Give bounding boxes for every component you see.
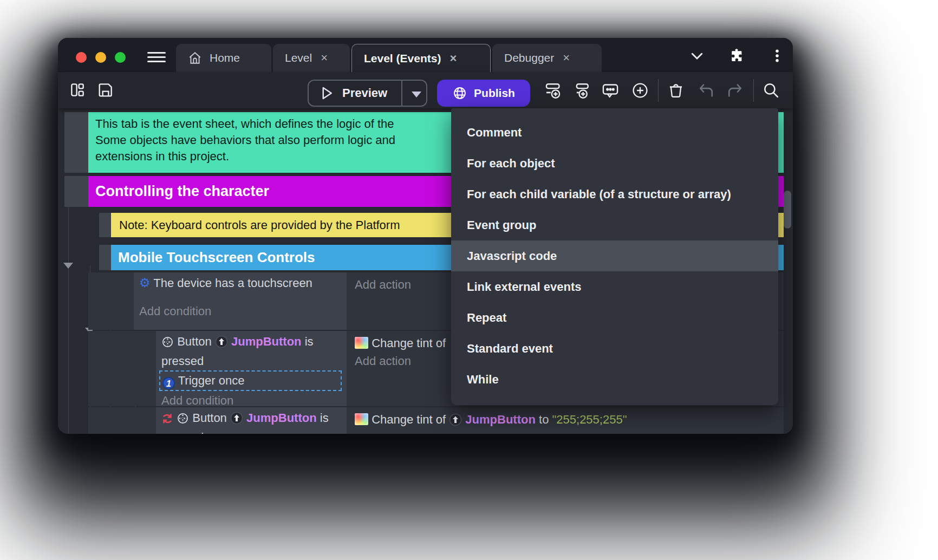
group-title: Mobile Touchscreen Controls (118, 249, 315, 265)
vertical-scrollbar-thumb[interactable] (784, 191, 791, 229)
kebab-menu-icon[interactable] (769, 48, 785, 64)
condition-object: Button (177, 335, 212, 348)
jumpbutton-sprite-icon (230, 412, 243, 429)
add-condition-link[interactable]: Add condition (161, 392, 342, 409)
event-row-jumpbutton-not-pressed: Button JumpButton is pressed Change tint… (88, 407, 784, 434)
action-value: "255;255;255" (552, 413, 627, 426)
close-window-button[interactable] (76, 52, 87, 63)
add-action-link[interactable]: Add action (355, 352, 446, 370)
action-text: Change tint of (372, 336, 446, 350)
menu-item-comment[interactable]: Comment (451, 117, 778, 148)
trigger-once-icon: 1 (162, 377, 175, 389)
main-menu-button[interactable] (147, 49, 166, 62)
publish-button[interactable]: Publish (437, 80, 530, 107)
action-change-tint[interactable]: Change tint of JumpButton to "255;255;25… (355, 411, 627, 431)
menu-item-for-each-child-variable[interactable]: For each child variable (of a structure … (451, 179, 778, 210)
menu-item-while[interactable]: While (451, 364, 778, 395)
trigger-once-condition[interactable]: 1 Trigger once (159, 370, 342, 391)
delete-icon[interactable] (667, 81, 685, 100)
tab-label: Debugger (504, 51, 554, 64)
add-circle-icon[interactable] (631, 81, 649, 100)
jumpbutton-sprite-icon (449, 413, 462, 431)
condition-text: Trigger once (178, 374, 245, 387)
redo-icon[interactable] (726, 81, 745, 100)
tab-bar: Home Level × Level (Events) × Debugger × (58, 38, 793, 72)
tab-label: Home (210, 51, 240, 64)
add-event-icon[interactable] (544, 81, 563, 100)
tab-level-events[interactable]: Level (Events) × (351, 44, 491, 72)
condition-text: The device has a touchscreen (153, 276, 312, 290)
search-icon[interactable] (762, 81, 780, 100)
add-comment-icon[interactable] (601, 81, 620, 100)
menu-item-for-each-object[interactable]: For each object (451, 148, 778, 179)
tab-level[interactable]: Level × (273, 44, 350, 72)
minimize-window-button[interactable] (95, 52, 106, 63)
app-window: Home Level × Level (Events) × Debugger × (58, 38, 793, 434)
condition-object-name: JumpButton (231, 335, 302, 348)
menu-item-repeat[interactable]: Repeat (451, 302, 778, 333)
action-text: Change tint of (372, 413, 446, 426)
note-text: Note: Keyboard controls are provided by … (119, 218, 400, 232)
menu-item-javascript-code[interactable]: Javascript code (451, 240, 778, 271)
tab-close-icon[interactable]: × (320, 51, 329, 65)
home-icon (188, 51, 202, 65)
invert-condition-icon (161, 412, 173, 429)
add-subevent-icon[interactable] (572, 81, 591, 100)
condition-object: Button (192, 411, 227, 425)
action-object-name: JumpButton (465, 413, 536, 426)
jumpbutton-sprite-icon (215, 335, 228, 353)
menu-item-standard-event[interactable]: Standard event (451, 333, 778, 364)
condition-object-name: JumpButton (246, 411, 317, 425)
action-change-tint[interactable]: Change tint of (355, 334, 446, 352)
condition-cell[interactable]: Button JumpButton is pressed (156, 407, 347, 434)
menu-item-event-group[interactable]: Event group (451, 210, 778, 240)
action-mid: to (539, 413, 549, 426)
tint-icon (355, 337, 368, 349)
toolbar: Preview Publish (58, 72, 793, 108)
group-title: Controlling the character (95, 183, 269, 199)
tab-label: Level (285, 51, 312, 64)
zoom-window-button[interactable] (115, 52, 126, 63)
add-action-link[interactable]: Add action (355, 278, 411, 291)
touch-object-icon (161, 336, 174, 353)
collapse-toggle-icon[interactable] (63, 263, 73, 269)
add-action-link[interactable]: Add action (355, 431, 627, 434)
preview-dropdown-caret[interactable] (412, 92, 421, 97)
preview-button[interactable]: Preview (308, 80, 427, 107)
save-icon[interactable] (97, 81, 115, 100)
undo-icon[interactable] (696, 81, 715, 100)
tab-label: Level (Events) (364, 52, 441, 65)
preview-label: Preview (342, 86, 387, 100)
menu-item-link-external-events[interactable]: Link external events (451, 271, 778, 302)
tint-icon (355, 413, 368, 425)
add-event-context-menu: Comment For each object For each child v… (451, 108, 778, 405)
globe-icon (452, 86, 467, 101)
publish-label: Publish (474, 87, 515, 100)
system-gear-icon: ⚙ (139, 276, 151, 290)
layout-view-icon[interactable] (69, 81, 87, 100)
touch-object-icon (177, 412, 189, 429)
tab-close-icon[interactable]: × (448, 51, 458, 66)
tab-debugger[interactable]: Debugger × (492, 44, 602, 72)
condition-cell[interactable]: Button JumpButton is pressed 1 Trigger o… (156, 331, 347, 406)
tab-close-icon[interactable]: × (562, 51, 571, 65)
condition-cell[interactable]: ⚙ The device has a touchscreen Add condi… (134, 272, 347, 330)
chevron-down-icon[interactable] (689, 48, 705, 64)
add-condition-link[interactable]: Add condition (139, 303, 342, 320)
addons-puzzle-icon[interactable] (728, 48, 745, 64)
tab-home[interactable]: Home (176, 44, 271, 72)
